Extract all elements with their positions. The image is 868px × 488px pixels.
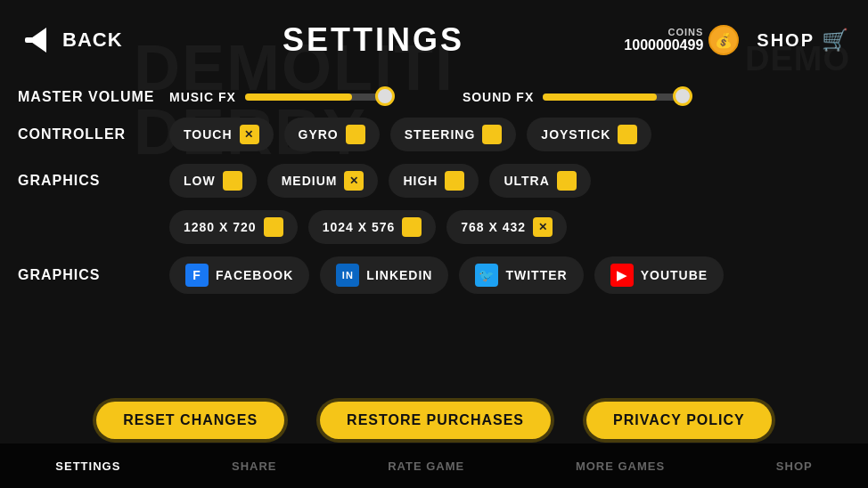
- coins-area: COINS 1000000499 💰: [624, 25, 739, 55]
- facebook-button[interactable]: f FACEBOOK: [169, 256, 309, 294]
- shop-button[interactable]: SHOP 🛒: [757, 28, 850, 53]
- music-fx-thumb[interactable]: [375, 86, 395, 106]
- low-indicator: [223, 171, 242, 191]
- res-1280-label: 1280 X 720: [184, 220, 257, 234]
- twitter-button[interactable]: 🐦 TWITTER: [459, 256, 583, 294]
- joystick-button[interactable]: JOYSTICK: [527, 118, 651, 151]
- youtube-icon: ▶: [610, 264, 634, 287]
- bottom-nav: SETTINGS SHARE RATE GAME MORE GAMES SHOP: [0, 443, 868, 488]
- medium-label: MEDIUM: [282, 174, 338, 188]
- social-row: GRAPHICS f FACEBOOK in LINKEDIN 🐦 TWITTE…: [18, 256, 850, 294]
- gyro-label: GYRO: [299, 127, 339, 142]
- youtube-label: YOUTUBE: [641, 268, 708, 282]
- resolution-row: 1280 X 720 1024 X 576 768 X 432: [18, 210, 850, 244]
- coins-info: COINS 1000000499: [624, 27, 703, 53]
- graphics-row: GRAPHICS LOW MEDIUM HIGH ULTRA: [18, 164, 850, 198]
- res-768-label: 768 X 432: [461, 220, 526, 234]
- graphics-label: GRAPHICS: [18, 173, 169, 189]
- music-fx-track[interactable]: [245, 94, 388, 101]
- low-button[interactable]: LOW: [169, 164, 257, 198]
- action-buttons: RESET CHANGES RESTORE PURCHASES PRIVACY …: [0, 402, 868, 439]
- privacy-button[interactable]: PRIVACY POLICY: [586, 402, 772, 439]
- joystick-label: JOYSTICK: [541, 127, 610, 142]
- facebook-icon: f: [185, 264, 209, 287]
- nav-rate[interactable]: RATE GAME: [388, 460, 464, 473]
- nav-settings[interactable]: SETTINGS: [55, 460, 120, 473]
- sound-fx-track[interactable]: [543, 94, 685, 101]
- content: MASTER VOLUME MUSIC FX SOUND FX CONTROLL…: [0, 80, 868, 306]
- linkedin-label: LINKEDIN: [366, 268, 432, 282]
- nav-more[interactable]: MORE GAMES: [576, 460, 665, 473]
- steering-label: STEERING: [405, 127, 476, 142]
- high-label: HIGH: [403, 174, 438, 188]
- res-768-indicator: [533, 217, 553, 237]
- volume-controls: MUSIC FX SOUND FX: [169, 90, 850, 104]
- page-title: SETTINGS: [123, 21, 625, 59]
- joystick-indicator: [618, 125, 637, 144]
- high-indicator: [445, 171, 464, 191]
- master-volume-label: MASTER VOLUME: [18, 89, 169, 105]
- facebook-label: FACEBOOK: [216, 268, 293, 282]
- res-1024-label: 1024 X 576: [323, 220, 396, 234]
- steering-button[interactable]: STEERING: [390, 118, 517, 151]
- sound-fx-fill: [543, 94, 657, 101]
- youtube-button[interactable]: ▶ YOUTUBE: [594, 256, 724, 294]
- music-fx-label: MUSIC FX: [169, 90, 236, 104]
- ultra-button[interactable]: ULTRA: [489, 164, 590, 198]
- medium-indicator: [344, 171, 364, 191]
- nav-shop[interactable]: SHOP: [776, 460, 813, 473]
- music-fx-group: MUSIC FX: [169, 90, 388, 104]
- gyro-button[interactable]: GYRO: [284, 118, 380, 151]
- cart-icon: 🛒: [822, 28, 850, 53]
- back-label: BACK: [62, 28, 123, 52]
- high-button[interactable]: HIGH: [389, 164, 479, 198]
- shop-label: SHOP: [757, 30, 815, 51]
- res-1280-indicator: [264, 217, 283, 237]
- nav-share[interactable]: SHARE: [232, 460, 277, 473]
- linkedin-button[interactable]: in LINKEDIN: [320, 256, 448, 294]
- resolution-options: 1280 X 720 1024 X 576 768 X 432: [169, 210, 850, 244]
- touch-button[interactable]: TOUCH: [169, 118, 274, 151]
- sound-fx-thumb[interactable]: [673, 86, 692, 106]
- master-volume-row: MASTER VOLUME MUSIC FX SOUND FX: [18, 89, 850, 105]
- back-button[interactable]: BACK: [18, 22, 123, 58]
- touch-label: TOUCH: [184, 127, 233, 142]
- coins-label: COINS: [624, 27, 703, 37]
- sound-fx-label: SOUND FX: [463, 90, 534, 104]
- ultra-label: ULTRA: [504, 174, 549, 188]
- graphics-options: LOW MEDIUM HIGH ULTRA: [169, 164, 850, 198]
- touch-indicator: [240, 125, 259, 144]
- linkedin-icon: in: [336, 264, 359, 287]
- res-1024-indicator: [402, 217, 422, 237]
- controller-options: TOUCH GYRO STEERING JOYSTICK: [169, 118, 850, 151]
- steering-indicator: [482, 125, 502, 144]
- social-links: f FACEBOOK in LINKEDIN 🐦 TWITTER ▶ YOUTU…: [169, 256, 850, 294]
- sound-fx-group: SOUND FX: [463, 90, 685, 104]
- controller-label: CONTROLLER: [18, 126, 169, 142]
- controller-row: CONTROLLER TOUCH GYRO STEERING JOYSTICK: [18, 118, 850, 151]
- ultra-indicator: [557, 171, 577, 191]
- restore-button[interactable]: RESTORE PURCHASES: [320, 402, 551, 439]
- coin-icon: 💰: [708, 25, 739, 55]
- reset-button[interactable]: RESET CHANGES: [96, 402, 284, 439]
- social-label: GRAPHICS: [18, 267, 169, 283]
- res-1280-button[interactable]: 1280 X 720: [169, 210, 298, 244]
- medium-button[interactable]: MEDIUM: [267, 164, 379, 198]
- header: BACK SETTINGS COINS 1000000499 💰 SHOP 🛒: [0, 0, 868, 80]
- music-fx-fill: [245, 94, 352, 101]
- res-1024-button[interactable]: 1024 X 576: [308, 210, 437, 244]
- back-arrow-icon: [18, 22, 53, 58]
- coins-value: 1000000499: [624, 37, 703, 53]
- twitter-icon: 🐦: [475, 264, 498, 287]
- svg-rect-1: [25, 37, 46, 43]
- twitter-label: TWITTER: [505, 268, 567, 282]
- low-label: LOW: [184, 174, 216, 188]
- gyro-indicator: [346, 125, 365, 144]
- res-768-button[interactable]: 768 X 432: [446, 210, 567, 244]
